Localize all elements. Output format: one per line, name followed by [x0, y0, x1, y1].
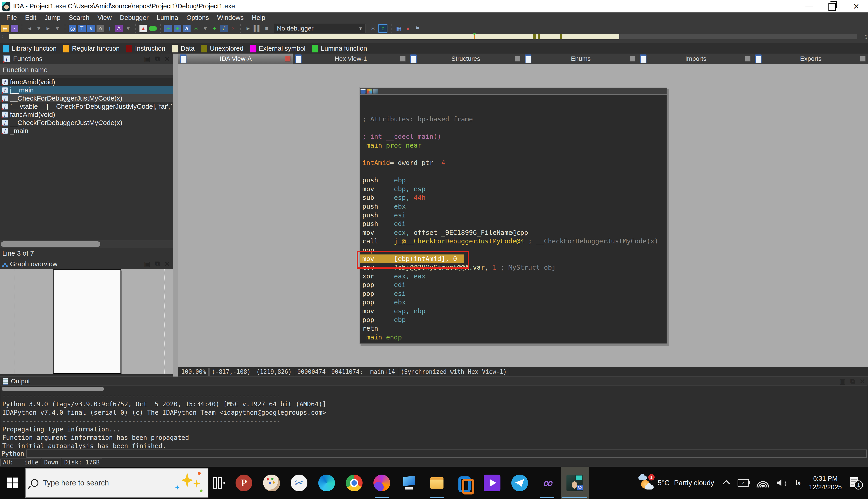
undefine-icon[interactable]: ×: [229, 25, 237, 32]
function-row[interactable]: f_main: [0, 127, 173, 135]
create-data-icon[interactable]: +: [174, 25, 181, 32]
panel-close-icon[interactable]: ✕: [164, 55, 170, 63]
search-binary-icon[interactable]: ⌂: [97, 25, 104, 32]
panel-maximize-icon[interactable]: ▣: [144, 260, 150, 268]
taskbar-app-file-explorer[interactable]: [423, 467, 451, 499]
disassembly-window[interactable]: ; Attributes: bp-based frame ; int __cde…: [359, 87, 667, 344]
debug-run-icon[interactable]: ►: [244, 25, 252, 32]
disassembly-line[interactable]: sub esp, 44h: [362, 193, 667, 202]
text-search-dropdown-icon[interactable]: ▼: [124, 25, 132, 32]
ida-view-canvas[interactable]: ; Attributes: bp-based frame ; int __cde…: [178, 64, 868, 367]
edit-comment-icon[interactable]: /: [220, 25, 228, 32]
taskbar-app-telegram[interactable]: [506, 467, 534, 499]
disassembly-line[interactable]: xor eax, eax: [362, 272, 667, 281]
continue-process-icon[interactable]: c: [378, 24, 388, 33]
output-log[interactable]: ----------------------------------------…: [1, 386, 867, 449]
panel-maximize-icon[interactable]: ▣: [839, 377, 846, 385]
nav-back-icon[interactable]: ◄: [26, 25, 34, 32]
menu-lumina[interactable]: Lumina: [152, 14, 182, 22]
breakpoints-icon[interactable]: ●: [404, 25, 412, 32]
menu-options[interactable]: Options: [182, 14, 213, 22]
jump-address-icon[interactable]: ◎: [69, 25, 76, 32]
menu-windows[interactable]: Windows: [213, 14, 248, 22]
disassembly-listing[interactable]: ; Attributes: bp-based frame ; int __cde…: [359, 95, 667, 343]
save-file-icon[interactable]: ▪: [11, 25, 18, 32]
graph-overview-header[interactable]: Graph overview ▣ ⧉ ✕: [0, 259, 173, 269]
disassembly-line[interactable]: _main endp: [362, 333, 667, 342]
function-row[interactable]: ffancAmid(void): [0, 110, 173, 119]
functions-vscrollbar[interactable]: [173, 53, 178, 377]
jump-number-icon[interactable]: #: [87, 25, 95, 32]
tab-enums[interactable]: Enums: [523, 53, 638, 64]
navband-scroll-arrows[interactable]: ▸◂: [865, 34, 867, 39]
disassembly-line[interactable]: push esi: [362, 211, 667, 220]
notification-center-button[interactable]: 1: [850, 477, 862, 489]
create-string-icon[interactable]: a: [183, 25, 191, 32]
jump-name-icon[interactable]: T: [78, 25, 86, 32]
tab-window-icon[interactable]: [630, 56, 635, 61]
tab-window-icon[interactable]: [400, 56, 405, 61]
menu-view[interactable]: View: [94, 14, 116, 22]
disassembly-line[interactable]: pop ebx: [362, 298, 667, 307]
disassembly-line[interactable]: ; Attributes: bp-based frame: [362, 115, 667, 124]
disassembly-line[interactable]: [362, 124, 667, 132]
analysis-indicator-icon[interactable]: [149, 26, 157, 31]
function-name-column-header[interactable]: Function name: [0, 64, 173, 76]
weather-widget[interactable]: 1 5°C Partly cloudy: [634, 467, 719, 499]
close-button[interactable]: ×: [844, 0, 868, 12]
disassembly-line[interactable]: push ebp: [362, 176, 667, 185]
create-struct-icon[interactable]: ∗: [192, 25, 200, 32]
flag-icon[interactable]: ⚑: [413, 25, 421, 32]
functions-panel-header[interactable]: f Functions ▣ ⧉ ✕: [0, 53, 173, 64]
disassembly-line[interactable]: push edi: [362, 219, 667, 228]
disassembly-line[interactable]: ; int __cdecl main(): [362, 132, 667, 141]
disassembly-line[interactable]: mov ecx, offset _9EC18996_FileName@cpp: [362, 228, 667, 237]
output-clipped-scroll-thumb[interactable]: [2, 387, 104, 391]
disassembly-line[interactable]: call j_@__CheckForDebuggerJustMyCode@4 ;…: [362, 237, 667, 246]
disassembly-line[interactable]: [362, 150, 667, 158]
taskbar-app-chrome[interactable]: [340, 467, 368, 499]
tab-ida-view-a[interactable]: IDA View-A: [178, 53, 293, 64]
tray-expand-icon[interactable]: [723, 480, 730, 487]
language-indicator[interactable]: فا: [795, 479, 800, 487]
output-header[interactable]: Output ▣ ⧉ ✕: [0, 377, 868, 386]
python-command-input[interactable]: [26, 450, 867, 458]
tab-window-icon[interactable]: [515, 56, 520, 61]
menu-file[interactable]: File: [2, 14, 21, 22]
tab-window-icon[interactable]: [860, 56, 866, 61]
patch-icon[interactable]: +: [211, 25, 218, 32]
disassembly-line[interactable]: [362, 167, 667, 176]
disassembly-line[interactable]: push ebx: [362, 202, 667, 211]
tab-close-icon[interactable]: [285, 56, 291, 61]
tab-exports[interactable]: Exports: [753, 53, 868, 64]
tab-imports[interactable]: Imports: [638, 53, 753, 64]
debug-pause-icon[interactable]: ▌▌: [254, 25, 261, 32]
debug-stop-icon[interactable]: ■: [263, 25, 271, 32]
disassembly-line[interactable]: retn: [362, 324, 667, 333]
navigation-band[interactable]: ⁞⁞ ▸◂: [0, 34, 868, 44]
function-row[interactable]: f__CheckForDebuggerJustMyCode(x): [0, 94, 173, 102]
taskbar-app-visual-studio[interactable]: ∞: [534, 467, 561, 499]
search-highlights-icon[interactable]: [174, 471, 203, 495]
disassembly-line[interactable]: pop esi: [362, 289, 667, 298]
restore-button[interactable]: [821, 0, 844, 12]
function-row[interactable]: f`__vtable__'[__CheckForDebuggerJustMyCo…: [0, 102, 173, 110]
tab-window-icon[interactable]: [745, 56, 750, 61]
navband-explored-region[interactable]: [9, 34, 619, 39]
battery-icon[interactable]: ×: [737, 479, 749, 487]
create-code-icon[interactable]: +: [164, 25, 172, 32]
start-button[interactable]: [0, 467, 25, 499]
jump-down-arrow-icon[interactable]: ↓: [106, 25, 113, 32]
text-search-icon[interactable]: A: [115, 25, 123, 32]
windows-list-icon[interactable]: ▦: [395, 25, 403, 32]
wifi-icon[interactable]: [757, 478, 769, 487]
nav-back-dropdown-icon[interactable]: ▼: [35, 25, 43, 32]
menu-search[interactable]: Search: [65, 14, 94, 22]
menu-help[interactable]: Help: [248, 14, 269, 22]
navband-drag-handle[interactable]: ⁞⁞: [1, 34, 5, 40]
analysis-warning-icon[interactable]: ▲: [139, 25, 147, 32]
panel-float-icon[interactable]: ⧉: [850, 377, 855, 385]
taskbar-app-edge[interactable]: [313, 467, 340, 499]
disassembly-window-titlebar[interactable]: [359, 88, 667, 95]
functions-hscrollbar-thumb[interactable]: [1, 241, 100, 247]
